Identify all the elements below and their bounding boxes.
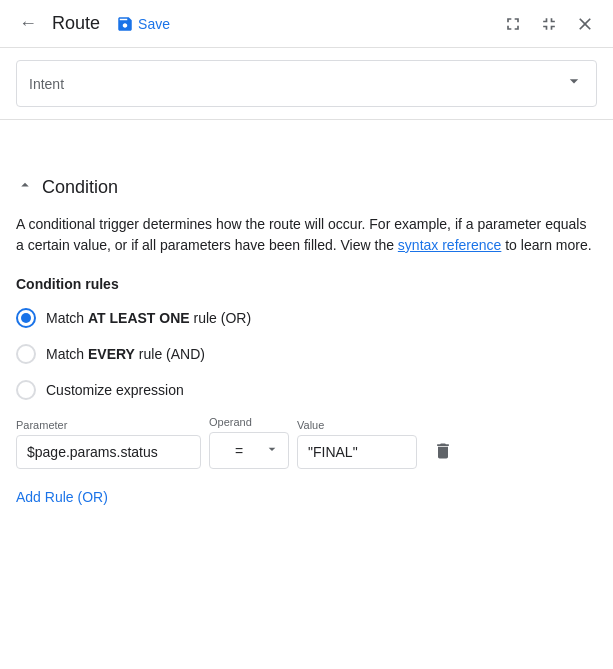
intent-section: Intent (0, 48, 613, 120)
header-left: ← Route Save (12, 8, 497, 40)
operand-label: Operand (209, 416, 289, 428)
operand-value: = (218, 443, 260, 459)
radio-option-custom[interactable]: Customize expression (16, 380, 597, 400)
page-title: Route (52, 13, 100, 34)
chevron-down-icon (564, 71, 584, 96)
save-icon (116, 15, 134, 33)
close-button[interactable] (569, 8, 601, 40)
spacer (0, 120, 613, 160)
condition-header: Condition (16, 176, 597, 198)
parameter-label: Parameter (16, 419, 201, 431)
radio-option-or[interactable]: Match AT LEAST ONE rule (OR) (16, 308, 597, 328)
header: ← Route Save (0, 0, 613, 48)
collapse-icon[interactable] (16, 176, 34, 198)
intent-dropdown[interactable]: Intent (16, 60, 597, 107)
operand-select[interactable]: = (209, 432, 289, 469)
save-button[interactable]: Save (108, 11, 178, 37)
radio-option-and[interactable]: Match EVERY rule (AND) (16, 344, 597, 364)
operand-field-group: Operand = (209, 416, 289, 469)
compress-button[interactable] (533, 8, 565, 40)
trash-icon (433, 441, 453, 461)
back-button[interactable]: ← (12, 8, 44, 40)
syntax-reference-link[interactable]: syntax reference (398, 237, 502, 253)
value-field-group: Value (297, 419, 417, 469)
radio-button-and[interactable] (16, 344, 36, 364)
radio-button-custom[interactable] (16, 380, 36, 400)
rule-row: Parameter Operand = Value (16, 416, 597, 469)
intent-placeholder: Intent (29, 76, 64, 92)
parameter-field-group: Parameter (16, 419, 201, 469)
condition-section: Condition A conditional trigger determin… (0, 160, 613, 529)
radio-label-or: Match AT LEAST ONE rule (OR) (46, 310, 251, 326)
compress-icon (539, 14, 559, 34)
condition-description: A conditional trigger determines how the… (16, 214, 597, 256)
radio-button-or[interactable] (16, 308, 36, 328)
radio-label-and: Match EVERY rule (AND) (46, 346, 205, 362)
expand-icon (503, 14, 523, 34)
expand-button[interactable] (497, 8, 529, 40)
delete-rule-button[interactable] (425, 433, 461, 469)
radio-label-custom: Customize expression (46, 382, 184, 398)
condition-rules-label: Condition rules (16, 276, 597, 292)
close-icon (575, 14, 595, 34)
parameter-input[interactable] (16, 435, 201, 469)
header-actions (497, 8, 601, 40)
value-label: Value (297, 419, 417, 431)
operand-chevron-icon (264, 441, 280, 460)
value-input[interactable] (297, 435, 417, 469)
save-label: Save (138, 16, 170, 32)
add-rule-button[interactable]: Add Rule (OR) (16, 489, 108, 505)
condition-title: Condition (42, 177, 118, 198)
radio-dot-or (21, 313, 31, 323)
